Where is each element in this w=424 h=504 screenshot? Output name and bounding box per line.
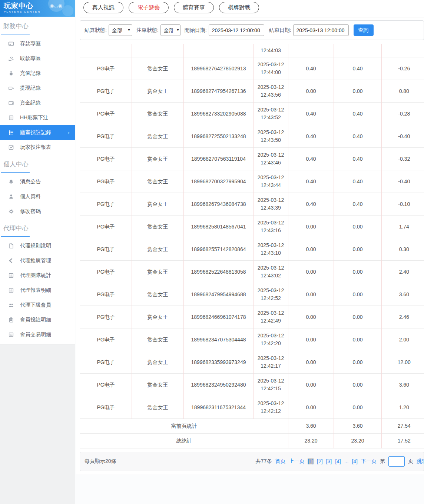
sidebar-item[interactable]: 充值記錄 bbox=[0, 66, 75, 81]
cell-game: 赏金女王 bbox=[132, 80, 184, 103]
cell-datetime: 2025-03-1212:42:52 bbox=[254, 283, 288, 306]
share-icon bbox=[8, 258, 14, 264]
sidebar-item[interactable]: 會員投註明細 bbox=[0, 313, 75, 327]
pagination-bar: 每頁顯示20條 共77条首页上一页[1][2][3][4]...[4]下一页第页… bbox=[80, 452, 424, 471]
page-number-link[interactable]: [4] bbox=[352, 458, 358, 464]
cell-bet-amount: 0.00 bbox=[288, 374, 334, 396]
summary-label: 當前頁統計 bbox=[80, 419, 288, 434]
sidebar-item[interactable]: 代理報表明細 bbox=[0, 283, 75, 298]
funds-icon bbox=[8, 100, 14, 106]
table-row[interactable]: PG电子 赏金女王 1899682479954994688 2025-03-12… bbox=[80, 283, 424, 306]
cell-valid-bet: 0.00 bbox=[334, 374, 382, 396]
table-row[interactable]: PG电子 赏金女王 1899682557142820864 2025-03-12… bbox=[80, 238, 424, 261]
cell-provider: PG电子 bbox=[80, 351, 132, 374]
sidebar-item[interactable]: 提現記錄 bbox=[0, 81, 75, 96]
cell-order-id: 1899682335993973249 bbox=[184, 351, 254, 374]
category-tab[interactable]: 棋牌對戰 bbox=[219, 2, 259, 13]
summary-winloss: 27.54 bbox=[382, 419, 424, 434]
table-row[interactable]: PG电子 赏金女王 1899682311675321344 2025-03-12… bbox=[80, 396, 424, 419]
sidebar-item-label: 代理報表明細 bbox=[20, 287, 51, 294]
gear-icon bbox=[8, 208, 14, 214]
sidebar-item-label: 充值記錄 bbox=[20, 70, 41, 77]
table-row[interactable]: PG电子 赏金女王 1899682324950292480 2025-03-12… bbox=[80, 374, 424, 396]
cell-valid-bet: 0.40 bbox=[334, 57, 382, 80]
cell-order-id: 1899682580148567041 bbox=[184, 216, 254, 238]
cell-game: 赏金女王 bbox=[132, 306, 184, 328]
cell-winloss: 3.60 bbox=[382, 283, 424, 306]
category-tab[interactable]: 電子遊藝 bbox=[129, 2, 169, 13]
category-tab[interactable]: 真人視訊 bbox=[83, 2, 123, 13]
cell-valid-bet: 0.00 bbox=[334, 328, 382, 351]
table-row[interactable]: PG电子 赏金女王 1899682747954267136 2025-03-12… bbox=[80, 80, 424, 103]
sidebar: ◉◡◉ 玩家中心 PLAYERS CENTER 財務中心存款專區取款專區充值記錄… bbox=[0, 0, 75, 344]
table-row[interactable]: PG电子 赏金女王 1899682679436084738 2025-03-12… bbox=[80, 193, 424, 216]
category-tab[interactable]: 體育賽事 bbox=[174, 2, 214, 13]
deposit-icon bbox=[8, 41, 14, 47]
summary-valid: 23.20 bbox=[334, 434, 382, 448]
query-button[interactable]: 查詢 bbox=[354, 24, 374, 36]
cell-bet-amount: 0.40 bbox=[288, 57, 334, 80]
sidebar-item[interactable]: 修改密碼 bbox=[0, 204, 75, 219]
sidebar-item[interactable]: HH彩票下注 bbox=[0, 110, 75, 125]
table-row[interactable]: PG电子 赏金女王 1899682725502133248 2025-03-12… bbox=[80, 125, 424, 148]
sidebar-item[interactable]: 代理推廣管理 bbox=[0, 253, 75, 268]
cell-provider: PG电子 bbox=[80, 283, 132, 306]
cell-provider: PG电子 bbox=[80, 193, 132, 216]
section-underline bbox=[1, 236, 71, 236]
sidebar-item[interactable]: 取款專區 bbox=[0, 51, 75, 66]
cell-bet-amount: 0.00 bbox=[288, 306, 334, 328]
order-status-select[interactable]: 全部 bbox=[160, 24, 180, 36]
table-row[interactable]: PG电子 赏金女王 1899682700327995904 2025-03-12… bbox=[80, 170, 424, 193]
category-tabs: 真人視訊電子遊藝體育賽事棋牌對戰 bbox=[80, 0, 424, 17]
page-summary-row: 當前頁統計3.603.6027.54 bbox=[80, 419, 424, 434]
sidebar-item[interactable]: 存款專區 bbox=[0, 36, 75, 51]
sidebar-item[interactable]: 代理規則說明 bbox=[0, 238, 75, 253]
page-number-link[interactable]: [1] bbox=[308, 458, 314, 464]
jump-page-input[interactable] bbox=[388, 456, 405, 467]
end-date-input[interactable] bbox=[293, 24, 349, 36]
cell-provider: PG电子 bbox=[80, 238, 132, 261]
sidebar-item[interactable]: 會員交易明細 bbox=[0, 327, 75, 342]
table-row[interactable]: PG电子 赏金女王 1899682707563119104 2025-03-12… bbox=[80, 148, 424, 170]
cell-winloss: -0.32 bbox=[382, 148, 424, 170]
table-row[interactable]: PG电子 赏金女王 1899682733202905088 2025-03-12… bbox=[80, 103, 424, 125]
total-summary-row: 總統計23.2023.2017.52 bbox=[80, 434, 424, 448]
sidebar-item-label: 取款專區 bbox=[20, 55, 41, 62]
sidebar-item[interactable]: 消息公告 bbox=[0, 174, 75, 189]
sidebar-item[interactable]: 個人資料 bbox=[0, 189, 75, 204]
page-number-link[interactable]: [4] bbox=[335, 458, 341, 464]
first-page-link[interactable]: 首页 bbox=[275, 458, 285, 465]
start-date-input[interactable] bbox=[209, 24, 264, 36]
cell-game: 赏金女王 bbox=[132, 328, 184, 351]
sidebar-item[interactable]: 玩家投注報表 bbox=[0, 140, 75, 155]
table-row[interactable]: PG电子 赏金女王 1899682764278502913 2025-03-12… bbox=[80, 57, 424, 80]
cell-order-id: 1899682747954267136 bbox=[184, 80, 254, 103]
main-content: 真人視訊電子遊藝體育賽事棋牌對戰 結算狀態: 全部 ▾ 注單狀態: 全部 ▾ 開… bbox=[76, 0, 424, 474]
next-page-link[interactable]: 下一页 bbox=[361, 458, 377, 465]
table-row[interactable]: PG电子 赏金女王 1899682335993973249 2025-03-12… bbox=[80, 351, 424, 374]
cell-provider: PG电子 bbox=[80, 125, 132, 148]
table-row[interactable]: PG电子 赏金女王 1899682522648813058 2025-03-12… bbox=[80, 261, 424, 283]
table-row[interactable]: PG电子 赏金女王 1899682466961074178 2025-03-12… bbox=[80, 306, 424, 328]
sidebar-item[interactable]: 廳室投註記錄› bbox=[0, 125, 75, 140]
sidebar-item[interactable]: 代理團隊統計 bbox=[0, 268, 75, 283]
summary-winloss: 17.52 bbox=[382, 434, 424, 448]
prev-page-link[interactable]: 上一页 bbox=[289, 458, 304, 465]
cell-winloss: 12.00 bbox=[382, 351, 424, 374]
cell-valid-bet: 0.00 bbox=[334, 238, 382, 261]
sidebar-item-label: 會員交易明細 bbox=[20, 331, 51, 338]
sidebar-item-label: 代理團隊統計 bbox=[20, 272, 51, 279]
filter-panel: 結算狀態: 全部 ▾ 注單狀態: 全部 ▾ 開始日期: 結束日期: 查詢 bbox=[80, 20, 424, 40]
settle-status-select[interactable]: 全部 bbox=[109, 24, 132, 36]
cell-valid-bet: 0.40 bbox=[334, 125, 382, 148]
table-row[interactable]: PG电子 赏金女王 1899682580148567041 2025-03-12… bbox=[80, 216, 424, 238]
cell-game: 赏金女王 bbox=[132, 396, 184, 419]
jump-button[interactable]: 跳转 bbox=[417, 458, 424, 465]
cell-winloss: 1.20 bbox=[382, 396, 424, 419]
sidebar-item[interactable]: 資金記錄 bbox=[0, 96, 75, 110]
sidebar-item-label: 代理規則說明 bbox=[20, 243, 51, 249]
sidebar-item[interactable]: 代理下級會員 bbox=[0, 298, 75, 313]
table-row[interactable]: PG电子 赏金女王 1899682347075304448 2025-03-12… bbox=[80, 328, 424, 351]
page-number-link[interactable]: [2] bbox=[317, 458, 323, 464]
page-number-link[interactable]: [3] bbox=[326, 458, 332, 464]
